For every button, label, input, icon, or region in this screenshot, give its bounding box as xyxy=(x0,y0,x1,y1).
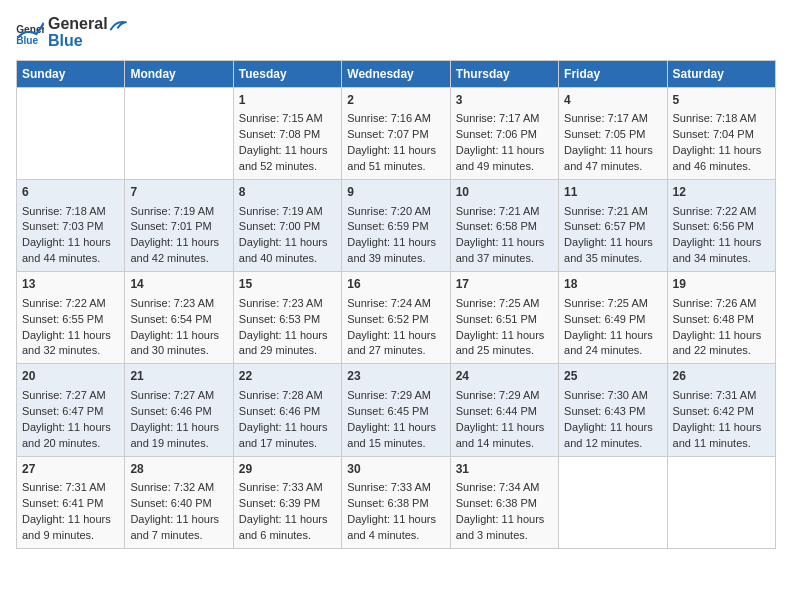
day-header-sunday: Sunday xyxy=(17,61,125,88)
daylight-text: Daylight: 11 hours and 46 minutes. xyxy=(673,143,770,175)
day-number: 8 xyxy=(239,184,336,201)
sunset-text: Sunset: 6:44 PM xyxy=(456,404,553,420)
logo-blue-text: Blue xyxy=(48,32,83,49)
calendar-cell: 27Sunrise: 7:31 AMSunset: 6:41 PMDayligh… xyxy=(17,456,125,548)
sunrise-text: Sunrise: 7:15 AM xyxy=(239,111,336,127)
day-number: 11 xyxy=(564,184,661,201)
sunrise-text: Sunrise: 7:23 AM xyxy=(130,296,227,312)
calendar-cell: 21Sunrise: 7:27 AMSunset: 6:46 PMDayligh… xyxy=(125,364,233,456)
daylight-text: Daylight: 11 hours and 20 minutes. xyxy=(22,420,119,452)
calendar-cell: 22Sunrise: 7:28 AMSunset: 6:46 PMDayligh… xyxy=(233,364,341,456)
day-number: 5 xyxy=(673,92,770,109)
sunset-text: Sunset: 6:56 PM xyxy=(673,219,770,235)
day-number: 17 xyxy=(456,276,553,293)
day-number: 27 xyxy=(22,461,119,478)
day-number: 22 xyxy=(239,368,336,385)
daylight-text: Daylight: 11 hours and 40 minutes. xyxy=(239,235,336,267)
sunrise-text: Sunrise: 7:33 AM xyxy=(347,480,444,496)
sunrise-text: Sunrise: 7:33 AM xyxy=(239,480,336,496)
sunset-text: Sunset: 6:54 PM xyxy=(130,312,227,328)
week-row-4: 20Sunrise: 7:27 AMSunset: 6:47 PMDayligh… xyxy=(17,364,776,456)
daylight-text: Daylight: 11 hours and 29 minutes. xyxy=(239,328,336,360)
calendar-cell xyxy=(667,456,775,548)
sunset-text: Sunset: 6:59 PM xyxy=(347,219,444,235)
calendar-cell: 3Sunrise: 7:17 AMSunset: 7:06 PMDaylight… xyxy=(450,88,558,180)
day-number: 2 xyxy=(347,92,444,109)
sunset-text: Sunset: 7:00 PM xyxy=(239,219,336,235)
sunrise-text: Sunrise: 7:34 AM xyxy=(456,480,553,496)
sunrise-text: Sunrise: 7:22 AM xyxy=(22,296,119,312)
sunset-text: Sunset: 6:47 PM xyxy=(22,404,119,420)
sunrise-text: Sunrise: 7:24 AM xyxy=(347,296,444,312)
daylight-text: Daylight: 11 hours and 15 minutes. xyxy=(347,420,444,452)
day-header-wednesday: Wednesday xyxy=(342,61,450,88)
sunrise-text: Sunrise: 7:28 AM xyxy=(239,388,336,404)
sunrise-text: Sunrise: 7:25 AM xyxy=(456,296,553,312)
daylight-text: Daylight: 11 hours and 22 minutes. xyxy=(673,328,770,360)
day-number: 1 xyxy=(239,92,336,109)
sunset-text: Sunset: 6:38 PM xyxy=(456,496,553,512)
daylight-text: Daylight: 11 hours and 25 minutes. xyxy=(456,328,553,360)
day-number: 24 xyxy=(456,368,553,385)
sunrise-text: Sunrise: 7:30 AM xyxy=(564,388,661,404)
sunrise-text: Sunrise: 7:32 AM xyxy=(130,480,227,496)
day-number: 26 xyxy=(673,368,770,385)
sunset-text: Sunset: 6:42 PM xyxy=(673,404,770,420)
sunrise-text: Sunrise: 7:27 AM xyxy=(130,388,227,404)
sunrise-text: Sunrise: 7:18 AM xyxy=(22,204,119,220)
daylight-text: Daylight: 11 hours and 35 minutes. xyxy=(564,235,661,267)
sunrise-text: Sunrise: 7:19 AM xyxy=(130,204,227,220)
sunrise-text: Sunrise: 7:31 AM xyxy=(673,388,770,404)
day-number: 31 xyxy=(456,461,553,478)
sunset-text: Sunset: 6:51 PM xyxy=(456,312,553,328)
calendar-cell xyxy=(17,88,125,180)
svg-text:Blue: Blue xyxy=(16,35,38,45)
day-header-saturday: Saturday xyxy=(667,61,775,88)
calendar-table: SundayMondayTuesdayWednesdayThursdayFrid… xyxy=(16,60,776,549)
sunset-text: Sunset: 7:03 PM xyxy=(22,219,119,235)
sunrise-text: Sunrise: 7:21 AM xyxy=(564,204,661,220)
daylight-text: Daylight: 11 hours and 24 minutes. xyxy=(564,328,661,360)
logo-icon: General Blue xyxy=(16,21,44,45)
calendar-cell: 6Sunrise: 7:18 AMSunset: 7:03 PMDaylight… xyxy=(17,180,125,272)
day-number: 15 xyxy=(239,276,336,293)
sunrise-text: Sunrise: 7:21 AM xyxy=(456,204,553,220)
sunset-text: Sunset: 6:55 PM xyxy=(22,312,119,328)
day-number: 29 xyxy=(239,461,336,478)
day-header-row: SundayMondayTuesdayWednesdayThursdayFrid… xyxy=(17,61,776,88)
sunset-text: Sunset: 6:40 PM xyxy=(130,496,227,512)
daylight-text: Daylight: 11 hours and 39 minutes. xyxy=(347,235,444,267)
daylight-text: Daylight: 11 hours and 11 minutes. xyxy=(673,420,770,452)
calendar-cell: 25Sunrise: 7:30 AMSunset: 6:43 PMDayligh… xyxy=(559,364,667,456)
calendar-cell: 7Sunrise: 7:19 AMSunset: 7:01 PMDaylight… xyxy=(125,180,233,272)
day-number: 3 xyxy=(456,92,553,109)
sunset-text: Sunset: 6:45 PM xyxy=(347,404,444,420)
calendar-cell: 28Sunrise: 7:32 AMSunset: 6:40 PMDayligh… xyxy=(125,456,233,548)
calendar-cell: 26Sunrise: 7:31 AMSunset: 6:42 PMDayligh… xyxy=(667,364,775,456)
calendar-cell: 16Sunrise: 7:24 AMSunset: 6:52 PMDayligh… xyxy=(342,272,450,364)
day-number: 25 xyxy=(564,368,661,385)
calendar-cell: 2Sunrise: 7:16 AMSunset: 7:07 PMDaylight… xyxy=(342,88,450,180)
daylight-text: Daylight: 11 hours and 49 minutes. xyxy=(456,143,553,175)
sunrise-text: Sunrise: 7:20 AM xyxy=(347,204,444,220)
daylight-text: Daylight: 11 hours and 27 minutes. xyxy=(347,328,444,360)
sunset-text: Sunset: 6:41 PM xyxy=(22,496,119,512)
calendar-cell: 1Sunrise: 7:15 AMSunset: 7:08 PMDaylight… xyxy=(233,88,341,180)
calendar-cell: 12Sunrise: 7:22 AMSunset: 6:56 PMDayligh… xyxy=(667,180,775,272)
sunset-text: Sunset: 6:43 PM xyxy=(564,404,661,420)
day-number: 10 xyxy=(456,184,553,201)
calendar-cell: 13Sunrise: 7:22 AMSunset: 6:55 PMDayligh… xyxy=(17,272,125,364)
sunrise-text: Sunrise: 7:29 AM xyxy=(456,388,553,404)
week-row-5: 27Sunrise: 7:31 AMSunset: 6:41 PMDayligh… xyxy=(17,456,776,548)
day-header-thursday: Thursday xyxy=(450,61,558,88)
sunset-text: Sunset: 7:01 PM xyxy=(130,219,227,235)
daylight-text: Daylight: 11 hours and 3 minutes. xyxy=(456,512,553,544)
calendar-cell: 15Sunrise: 7:23 AMSunset: 6:53 PMDayligh… xyxy=(233,272,341,364)
sunrise-text: Sunrise: 7:17 AM xyxy=(564,111,661,127)
day-number: 9 xyxy=(347,184,444,201)
sunset-text: Sunset: 7:06 PM xyxy=(456,127,553,143)
sunset-text: Sunset: 6:58 PM xyxy=(456,219,553,235)
day-number: 16 xyxy=(347,276,444,293)
daylight-text: Daylight: 11 hours and 47 minutes. xyxy=(564,143,661,175)
day-number: 23 xyxy=(347,368,444,385)
